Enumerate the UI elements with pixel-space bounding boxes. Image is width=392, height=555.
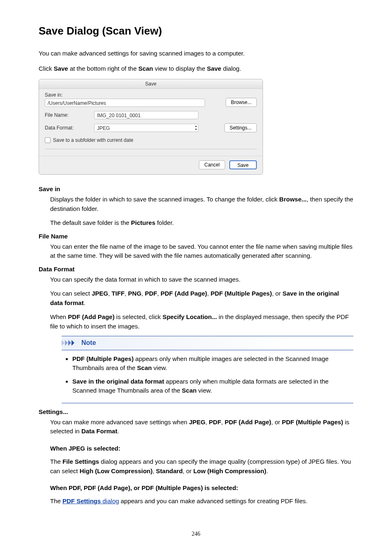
bold: JPEG [92, 290, 108, 297]
note-item-2: Save in the original data format appears… [72, 377, 353, 395]
subfolder-checkbox[interactable] [45, 137, 51, 143]
browse-button[interactable]: Browse... [226, 98, 257, 107]
bold: JPEG [189, 419, 205, 426]
bold: Low (High Compression) [193, 467, 266, 474]
save-dialog-screenshot: Save Save in: /Users/UserName/Pictures B… [39, 79, 263, 175]
text: . [117, 428, 119, 435]
subhead-jpeg: When JPEG is selected: [50, 444, 353, 453]
bold: PDF (Multiple Pages) [72, 355, 134, 362]
bold: PDF (Add Page) [161, 290, 207, 297]
def-body-data-format: You can specify the data format in which… [50, 275, 353, 403]
svg-marker-3 [71, 340, 74, 346]
data-format-select[interactable]: JPEG ▴▾ [94, 124, 198, 132]
bold: PDF [209, 419, 221, 426]
note-title: Note [81, 338, 96, 348]
save-in-path[interactable]: /Users/UserName/Pictures [45, 99, 205, 107]
bold: TIFF [112, 290, 125, 297]
save-button[interactable]: Save [229, 160, 257, 169]
text: You can make more advanced save settings… [50, 419, 189, 426]
bold: Save [207, 65, 221, 72]
note-box: Note PDF (Multiple Pages) appears only w… [62, 336, 353, 403]
intro-paragraph-2: Click Save at the bottom right of the Sc… [39, 64, 353, 74]
text: The [50, 497, 62, 504]
page-title: Save Dialog (Scan View) [39, 25, 353, 37]
text: You can select [50, 290, 92, 297]
bold: Browse... [279, 196, 307, 203]
bold: Scan [182, 387, 197, 394]
text: The [50, 458, 62, 465]
note-item-1: PDF (Multiple Pages) appears only when m… [72, 354, 353, 373]
text: dialog [101, 497, 119, 504]
text: at the bottom right of the [68, 65, 138, 72]
file-name-input[interactable]: IMG_20 0101_0001 [94, 111, 198, 119]
page-number: 246 [39, 531, 353, 537]
def-title-file-name: File Name [39, 233, 353, 240]
bold: Scan [138, 65, 153, 72]
note-arrows-icon [62, 340, 78, 346]
select-arrows-icon: ▴▾ [195, 125, 197, 131]
text: Displays the folder in which to save the… [50, 196, 279, 203]
svg-marker-0 [62, 340, 65, 346]
bold: PDF Settings [62, 497, 101, 504]
data-format-value: JPEG [97, 125, 110, 131]
file-name-label: File Name: [45, 112, 90, 118]
bold: Specify Location... [162, 313, 217, 320]
bold: File Settings [62, 458, 99, 465]
def-title-data-format: Data Format [39, 266, 353, 273]
bold: Pictures [131, 219, 155, 226]
bold: High (Low Compression) [80, 467, 153, 474]
text: folder. [155, 219, 174, 226]
def-title-settings: Settings... [39, 408, 353, 415]
svg-marker-1 [65, 340, 68, 346]
save-in-label: Save in: [45, 92, 257, 98]
text: view to display the [153, 65, 207, 72]
settings-button[interactable]: Settings... [224, 123, 257, 132]
text: . [266, 467, 268, 474]
bold: PDF (Add Page) [68, 313, 114, 320]
def-title-save-in: Save in [39, 185, 353, 192]
text: When [50, 313, 68, 320]
text: The default save folder is the [50, 219, 131, 226]
text: dialog. [221, 65, 241, 72]
data-format-label: Data Format: [45, 125, 90, 131]
bold: Save in the original data format [72, 378, 164, 385]
def-body-save-in: Displays the folder in which to save the… [50, 195, 353, 228]
text: You can enter the file name of the image… [50, 242, 353, 261]
text: You can specify the data format in which… [50, 275, 353, 284]
def-body-file-name: You can enter the file name of the image… [50, 242, 353, 261]
text: , or [183, 467, 194, 474]
bold: Save [54, 65, 68, 72]
bold: PDF [145, 290, 157, 297]
svg-marker-2 [68, 340, 71, 346]
cancel-button[interactable]: Cancel [199, 160, 225, 169]
bold: PNG [128, 290, 142, 297]
subfolder-label: Save to a subfolder with current date [53, 137, 133, 143]
bold: Standard [156, 467, 183, 474]
subhead-pdf: When PDF, PDF (Add Page), or PDF (Multip… [50, 483, 353, 493]
text: , or [272, 290, 283, 297]
intro-paragraph-1: You can make advanced settings for savin… [39, 49, 353, 58]
text: view. [196, 387, 212, 394]
bold: PDF (Multiple Pages) [210, 290, 272, 297]
bold: Scan [137, 364, 152, 371]
text: view. [152, 364, 167, 371]
bold: Data Format [81, 428, 118, 435]
bold: PDF (Add Page) [225, 419, 271, 426]
text: appears and you can make advanced settin… [119, 497, 308, 504]
bold: PDF (Multiple Pages) [282, 419, 343, 426]
text: , or [271, 419, 282, 426]
def-body-settings: You can make more advanced save settings… [50, 418, 353, 506]
text: . [84, 299, 85, 306]
dialog-title: Save [39, 79, 263, 89]
text: is selected, click [115, 313, 163, 320]
text: Click [39, 65, 54, 72]
pdf-settings-link[interactable]: PDF Settings dialog [62, 497, 119, 504]
